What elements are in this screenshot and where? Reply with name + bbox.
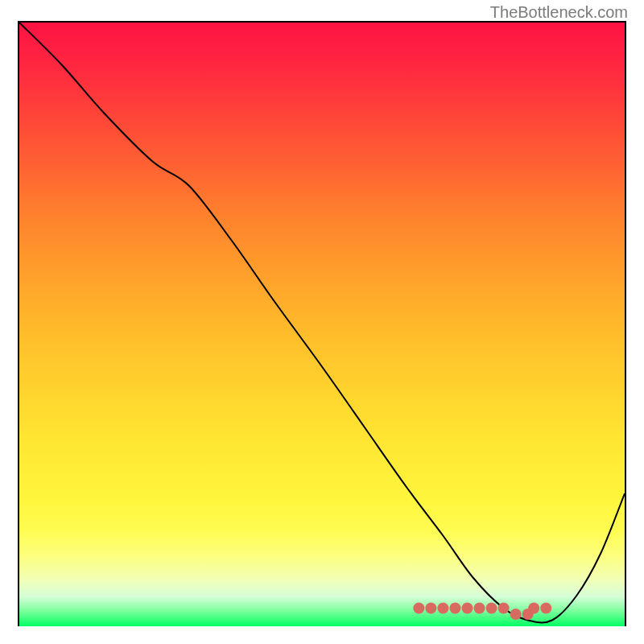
- marker-group: [413, 603, 551, 621]
- marker-dot: [449, 603, 460, 614]
- marker-dot: [540, 603, 551, 614]
- marker-dot: [425, 603, 436, 614]
- marker-dot: [528, 603, 539, 614]
- marker-dot: [437, 603, 448, 614]
- marker-dot: [413, 603, 424, 614]
- markers-svg: [19, 23, 625, 626]
- marker-dot: [461, 603, 473, 614]
- marker-dot: [510, 609, 522, 620]
- marker-dot: [498, 603, 510, 614]
- marker-dot: [486, 603, 497, 614]
- watermark-text: TheBottleneck.com: [490, 3, 628, 22]
- marker-dot: [474, 603, 485, 614]
